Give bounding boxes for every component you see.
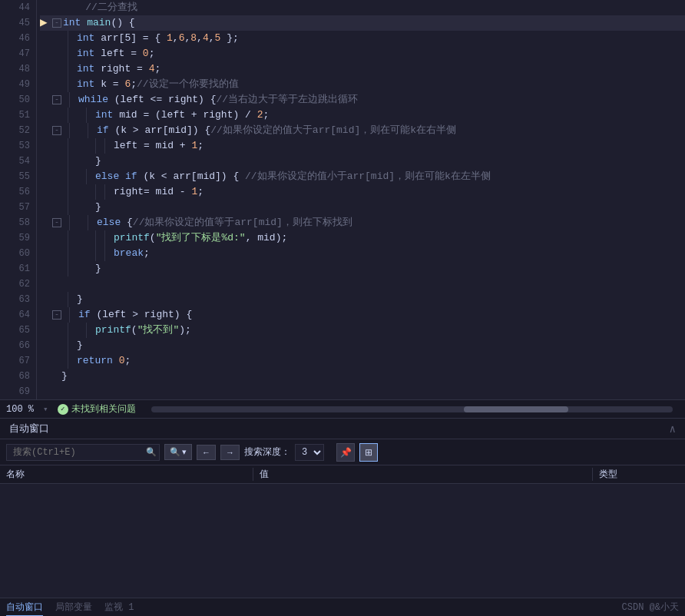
status-text: 未找到相关问题 (71, 402, 136, 416)
col-header-value: 值 (253, 468, 593, 481)
code-line-44: //二分查找 (40, 0, 685, 15)
status-bar: 100 % ▾ ✓ 未找到相关问题 (0, 399, 685, 418)
tab-local-vars[interactable]: 局部变量 (55, 599, 92, 615)
grid-icon: ⊞ (365, 447, 372, 458)
search-icon: 🔍 (146, 447, 157, 457)
status-ok-indicator: ✓ 未找到相关问题 (58, 402, 136, 416)
back-btn[interactable]: ← (197, 445, 216, 460)
line-num-69: 69 (0, 384, 30, 399)
code-line-52: - if (k > arr[mid]) {//如果你设定的值大于arr[mid]… (40, 123, 685, 138)
line-num-46: 46 (0, 31, 30, 46)
code-line-49: int k = 6;//设定一个你要找的值 (40, 77, 685, 92)
fold-58[interactable]: - (52, 218, 61, 227)
line-num-44: 44 (0, 0, 30, 15)
bottom-tab-bar: 自动窗口 局部变量 监视 1 CSDN @&小天 (0, 598, 685, 616)
line-num-67: 67 (0, 353, 30, 369)
code-line-53: left = mid + 1; (40, 138, 685, 154)
line-num-47: 47 (0, 46, 30, 61)
fold-50[interactable]: - (52, 95, 61, 104)
line-num-59: 59 (0, 230, 30, 246)
tab-watch-1[interactable]: 监视 1 (104, 599, 134, 615)
horizontal-scrollbar[interactable] (151, 406, 673, 412)
line-num-68: 68 (0, 369, 30, 384)
line-num-45: 45 (0, 15, 30, 31)
code-line-47: int left = 0; (40, 46, 685, 61)
code-line-65: printf("找不到"); (40, 323, 685, 338)
line-num-56: 56 (0, 184, 30, 200)
auto-window-title: 自动窗口 (9, 422, 49, 436)
scrollbar-thumb (464, 406, 568, 412)
line-num-54: 54 (0, 154, 30, 169)
code-line-64: - if (left > right) { (40, 307, 685, 323)
bottom-right-text: CSDN @&小天 (622, 601, 679, 614)
code-line-56: right= mid - 1; (40, 184, 685, 200)
line-numbers: 44 45 46 47 48 49 50 51 52 53 54 55 56 5… (0, 0, 37, 399)
code-line-54: } (40, 154, 685, 169)
code-line-51: int mid = (left + right) / 2; (40, 108, 685, 123)
pin-btn[interactable]: 📌 (336, 443, 355, 462)
line-num-53: 53 (0, 138, 30, 154)
search-btn-icon: 🔍 (170, 447, 180, 457)
line-num-66: 66 (0, 338, 30, 353)
col-header-type: 类型 (593, 468, 685, 481)
line-num-51: 51 (0, 108, 30, 123)
code-line-55: else if (k < arr[mid]) { //如果你设定的值小于arr[… (40, 169, 685, 184)
depth-label: 搜索深度： (244, 445, 290, 459)
line-num-65: 65 (0, 323, 30, 338)
line-num-55: 55 (0, 169, 30, 184)
code-line-68: } (40, 369, 685, 384)
code-line-66: } (40, 338, 685, 353)
code-line-60: break; (40, 246, 685, 261)
tab-auto-window[interactable]: 自动窗口 (6, 599, 43, 616)
code-line-62 (40, 277, 685, 292)
code-line-50: - while (left <= right) {//当右边大于等于左边跳出循环 (40, 92, 685, 108)
search-toolbar: 🔍 🔍 ▾ ← → 搜索深度： 3 1 2 4 5 📌 ⊞ (0, 439, 685, 465)
col-header-name: 名称 (0, 468, 253, 481)
fold-45[interactable]: - (52, 18, 61, 28)
line-num-64: 64 (0, 307, 30, 323)
line-num-57: 57 (0, 200, 30, 215)
watch-body (0, 484, 685, 598)
watch-table-header: 名称 值 类型 (0, 465, 685, 484)
code-line-57: } (40, 200, 685, 215)
zoom-dropdown-icon[interactable]: ▾ (43, 404, 48, 414)
line-num-63: 63 (0, 292, 30, 307)
depth-select[interactable]: 3 1 2 4 5 (295, 444, 324, 461)
auto-window-header: 自动窗口 ∧ (0, 418, 685, 439)
fold-52[interactable]: - (52, 126, 61, 135)
status-ok-icon: ✓ (58, 404, 68, 415)
fold-64[interactable]: - (52, 310, 61, 320)
search-btn-dropdown: ▾ (182, 447, 187, 457)
code-line-69 (40, 384, 685, 399)
line-num-58: 58 (0, 215, 30, 230)
code-line-67: return 0; (40, 353, 685, 369)
search-input[interactable] (6, 444, 160, 461)
auto-window-collapse-btn[interactable]: ∧ (670, 422, 676, 436)
line-num-60: 60 (0, 246, 30, 261)
code-line-46: int arr[5] = { 1,6,8,4,5 }; (40, 31, 685, 46)
code-line-58: - else {//如果你设定的值等于arr[mid]，则在下标找到 (40, 215, 685, 230)
code-line-63: } (40, 292, 685, 307)
watch-table: 名称 值 类型 (0, 465, 685, 598)
line-num-50: 50 (0, 92, 30, 108)
line-num-62: 62 (0, 277, 30, 292)
line-num-52: 52 (0, 123, 30, 138)
line-num-48: 48 (0, 61, 30, 77)
code-line-61: } (40, 261, 685, 277)
code-lines: //二分查找 ▶ - int main() { int arr[5] = { 1… (37, 0, 685, 399)
code-line-48: int right = 4; (40, 61, 685, 77)
zoom-level: 100 % (6, 404, 34, 415)
search-execute-btn[interactable]: 🔍 ▾ (164, 444, 192, 460)
code-line-45: ▶ - int main() { (40, 15, 685, 31)
forward-btn[interactable]: → (220, 445, 240, 460)
pin-icon: 📌 (340, 447, 352, 458)
code-line-59: printf("找到了下标是%d:", mid); (40, 230, 685, 246)
code-editor: 44 45 46 47 48 49 50 51 52 53 54 55 56 5… (0, 0, 685, 399)
search-input-wrap: 🔍 (6, 444, 160, 461)
grid-view-btn[interactable]: ⊞ (359, 443, 378, 462)
line-num-49: 49 (0, 77, 30, 92)
line-num-61: 61 (0, 261, 30, 277)
